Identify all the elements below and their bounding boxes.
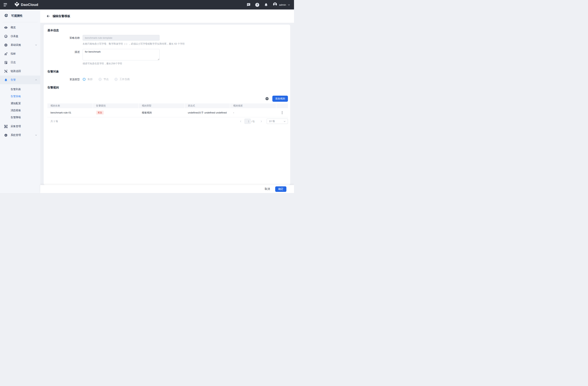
col-rule-desc: 规则描述 (230, 103, 276, 108)
page-total: / 1 (252, 120, 254, 123)
rules-table: 规则名称 告警级别 规则类型 表达式 规则描述 benchmark-rule-0… (47, 103, 288, 125)
help-icon[interactable]: ? (255, 3, 259, 7)
sidebar-item-alerts[interactable]: 告警 (0, 76, 40, 84)
user-chevron-down-icon (288, 4, 290, 6)
select-chevron-down-icon (283, 120, 286, 123)
form-card: 基本信息 策略名称 名称只能包含小写字母、数字和连字符（-），必须以小写字母或数… (44, 25, 290, 185)
collection-icon (4, 125, 8, 128)
avatar (273, 2, 277, 7)
notification-bell-icon[interactable] (264, 3, 268, 7)
page-header: 编辑告警模板 (40, 9, 294, 23)
next-page-icon[interactable] (260, 120, 262, 123)
cell-rule-name: benchmark-rule-01 (47, 111, 93, 114)
sidebar-item-alert-policy[interactable]: 告警策略 (0, 93, 40, 100)
col-rule-name: 规则名称 (47, 103, 93, 108)
prev-page-icon[interactable] (239, 120, 242, 123)
table-row: benchmark-rule-01 紧急 模板规则 undefined大于 un… (47, 108, 288, 117)
cell-alert-level: 紧急 (93, 111, 139, 115)
policy-name-label: 策略名称 (47, 35, 80, 46)
chat-icon[interactable] (247, 3, 251, 7)
sidebar-item-logs[interactable]: 日志 (0, 58, 40, 67)
radio-cluster[interactable]: 集群 (83, 77, 93, 81)
tracing-icon (4, 69, 8, 73)
radio-workload[interactable]: 工作负载 (115, 77, 130, 81)
gauge-icon (4, 35, 8, 38)
table-pagination: 共 1 项 / 1 1 (47, 117, 288, 125)
user-menu[interactable]: admin (273, 2, 290, 7)
description-hint: 描述可包含任意字符，最长256个字符 (83, 62, 160, 65)
col-alert-level: 告警级别 (93, 103, 139, 108)
chevron-down-icon (35, 44, 37, 46)
sidebar-item-tracing[interactable]: 链路追踪 (0, 67, 40, 76)
level-badge: 紧急 (96, 111, 104, 115)
sidebar-item-alert-list[interactable]: 告警列表 (0, 86, 40, 93)
sidebar-item-metrics[interactable]: 指标 (0, 49, 40, 58)
app-window: DaoCloud ? admin (0, 0, 294, 193)
daocloud-logo[interactable]: DaoCloud (15, 2, 38, 8)
col-actions (276, 103, 288, 108)
policy-name-hint: 名称只能包含小写字母、数字和连字符（-），必须以小写字母或数字开头和结尾，最长 … (83, 42, 185, 46)
page-number-input[interactable] (244, 119, 251, 124)
cell-expression: undefined大于 undefined undefined (185, 111, 230, 115)
footer-action-bar: 取消 确定 (40, 185, 294, 193)
policy-name-input[interactable] (83, 35, 160, 41)
log-search-icon (4, 61, 8, 64)
daocloud-logo-icon (15, 2, 19, 8)
observability-icon (4, 13, 8, 19)
sidebar-item-infrastructure[interactable]: 基础设施 (0, 41, 40, 49)
add-rule-button[interactable]: 添加规则 (272, 96, 288, 102)
section-alert-target: 告警对象 (47, 70, 288, 74)
gear-icon (4, 134, 8, 137)
section-alert-rules: 告警规则 (47, 86, 288, 89)
table-header-row: 规则名称 告警级别 规则类型 表达式 规则描述 (47, 103, 288, 108)
page-size-select[interactable]: 10 项 (267, 119, 288, 124)
cell-rule-desc: - (230, 111, 276, 114)
page-size-value: 10 项 (269, 119, 275, 123)
bell-icon (4, 78, 8, 82)
confirm-button[interactable]: 确定 (275, 186, 286, 192)
resource-type-label: 资源类型 (47, 76, 80, 81)
sidebar-item-dashboard[interactable]: 仪表盘 (0, 32, 40, 41)
module-title: 可观测性 (11, 14, 22, 18)
total-count: 共 1 项 (50, 120, 58, 123)
sidebar-item-system[interactable]: 系统管理 (0, 131, 40, 139)
sidebar-item-notify-config[interactable]: 通知配置 (0, 100, 40, 107)
radio-unselected-icon (99, 78, 102, 81)
chevron-down-icon (35, 134, 37, 136)
table-settings-gear-icon[interactable] (265, 97, 269, 101)
back-arrow-icon[interactable] (46, 14, 50, 18)
username: admin (279, 3, 286, 6)
cancel-button[interactable]: 取消 (265, 187, 270, 191)
radio-unselected-icon (115, 78, 118, 81)
hamburger-menu-icon[interactable] (4, 3, 7, 6)
sidebar: 可观测性 概览 仪表盘 (0, 9, 40, 193)
col-expression: 表达式 (185, 103, 230, 108)
description-textarea[interactable]: for benchmark (83, 49, 160, 60)
cell-rule-type: 模板规则 (139, 111, 185, 115)
radio-node[interactable]: 节点 (99, 77, 109, 81)
eye-icon (4, 26, 8, 29)
content-area: 基本信息 策略名称 名称只能包含小写字母、数字和连字符（-），必须以小写字母或数… (40, 23, 294, 185)
sidebar-item-collection[interactable]: 采集管理 (0, 122, 40, 131)
radio-selected-icon (83, 78, 86, 81)
description-label: 描述 (47, 49, 80, 65)
brand-name: DaoCloud (21, 3, 38, 7)
section-basic-info: 基本信息 (47, 29, 288, 32)
col-rule-type: 规则类型 (139, 103, 185, 108)
page-title: 编辑告警模板 (53, 14, 70, 18)
sidebar-item-message-template[interactable]: 消息模板 (0, 107, 40, 114)
hexagon-icon (4, 43, 8, 47)
topbar: DaoCloud ? admin (0, 0, 294, 9)
row-actions-kebab-icon[interactable] (276, 111, 288, 114)
sidebar-item-alert-silence[interactable]: 告警降噪 (0, 114, 40, 121)
sidebar-header: 可观测性 (0, 9, 40, 22)
sidebar-item-overview[interactable]: 概览 (0, 23, 40, 32)
chevron-up-icon (35, 79, 37, 81)
trend-chart-icon (4, 52, 8, 56)
